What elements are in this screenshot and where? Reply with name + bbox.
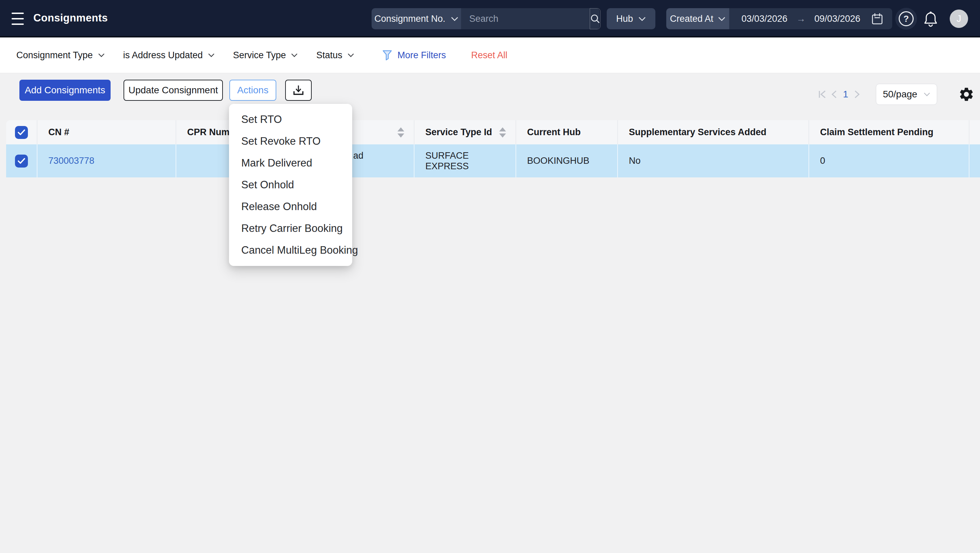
column-header-claim-settlement[interactable]: Claim Settlement Pending	[809, 120, 969, 144]
chevron-down-icon	[347, 53, 354, 57]
pagination: 1 50/page	[817, 84, 975, 105]
column-header-cn[interactable]: CN #	[37, 120, 176, 144]
cell-supplementary-services: No	[618, 144, 809, 177]
update-consignment-button[interactable]: Update Consignment	[124, 80, 223, 101]
search-button[interactable]	[590, 8, 601, 29]
reset-all-button[interactable]: Reset All	[471, 50, 508, 61]
bell-icon	[923, 11, 939, 27]
column-header-supplementary-services[interactable]: Supplementary Services Added	[618, 120, 809, 144]
search-category-select[interactable]: Consignment No.	[372, 8, 461, 29]
add-consignments-button[interactable]: Add Consignments	[19, 80, 111, 101]
menu-item-release-onhold[interactable]: Release Onhold	[229, 196, 352, 218]
chevron-down-icon	[924, 92, 930, 96]
menu-item-retry-carrier-booking[interactable]: Retry Carrier Booking	[229, 218, 352, 239]
download-icon	[292, 84, 305, 97]
search-box	[461, 8, 600, 29]
filter-status[interactable]: Status	[316, 50, 358, 61]
help-icon: ?	[899, 11, 914, 26]
menu-item-cancel-multileg-booking[interactable]: Cancel MultiLeg Booking	[229, 239, 352, 261]
date-field-label: Created At	[670, 14, 714, 24]
avatar[interactable]: J	[950, 10, 968, 28]
table-settings-button[interactable]	[958, 86, 975, 102]
menu-item-set-onhold[interactable]: Set Onhold	[229, 174, 352, 196]
cn-link[interactable]: 730003778	[48, 156, 94, 166]
date-from-value[interactable]: 03/03/2026	[741, 14, 788, 24]
table-header-row: CN # CPR Number Service Type Id Current …	[6, 120, 980, 144]
checkbox-check-icon	[18, 158, 25, 164]
first-page-button[interactable]	[817, 90, 828, 99]
first-page-icon	[818, 90, 827, 99]
cell-overflow	[969, 144, 980, 177]
chevron-down-icon	[718, 17, 725, 21]
search-icon	[590, 14, 600, 24]
date-range-arrow: →	[796, 14, 805, 24]
column-header-service-type-id[interactable]: Service Type Id	[414, 120, 516, 144]
menu-item-set-revoke-rto[interactable]: Set Revoke RTO	[229, 131, 352, 152]
actions-button[interactable]: Actions	[229, 80, 276, 101]
select-all-checkbox[interactable]	[6, 120, 37, 144]
cell-service-type-id: SURFACE EXPRESS	[414, 144, 516, 177]
cell-claim-settlement: 0	[809, 144, 969, 177]
notifications-button[interactable]	[923, 11, 939, 27]
chevron-down-icon	[208, 53, 215, 57]
filter-bar: Consignment Type is Address Updated Serv…	[0, 37, 980, 73]
filter-service-type[interactable]: Service Type	[233, 50, 302, 61]
help-button[interactable]: ?	[895, 8, 917, 30]
chevron-down-icon	[291, 53, 298, 57]
filter-is-address-updated[interactable]: is Address Updated	[123, 50, 219, 61]
actions-dropdown-menu: Set RTO Set Revoke RTO Mark Delivered Se…	[229, 104, 352, 266]
chevron-down-icon	[98, 53, 105, 57]
menu-item-set-rto[interactable]: Set RTO	[229, 108, 352, 131]
more-filters-button[interactable]: More Filters	[382, 50, 446, 61]
hub-select[interactable]: Hub	[607, 8, 655, 29]
download-button[interactable]	[285, 80, 312, 101]
chevron-down-icon	[451, 17, 458, 21]
cell-current-hub: BOOKINGHUB	[516, 144, 618, 177]
date-to-value[interactable]: 09/03/2026	[814, 14, 860, 24]
calendar-icon[interactable]	[871, 12, 883, 25]
prev-page-icon	[830, 90, 837, 99]
checkbox-check-icon	[18, 129, 25, 136]
funnel-icon	[382, 50, 392, 61]
hub-label: Hub	[616, 14, 633, 24]
consignments-table: CN # CPR Number Service Type Id Current …	[6, 120, 980, 177]
search-input[interactable]	[461, 8, 590, 29]
avatar-initial: J	[956, 14, 961, 24]
page-title: Consignments	[33, 0, 108, 36]
column-header-overflow	[969, 120, 980, 144]
next-page-icon	[854, 90, 861, 99]
chevron-down-icon	[638, 17, 646, 21]
hamburger-icon[interactable]	[11, 13, 24, 25]
prev-page-button[interactable]	[828, 90, 840, 99]
page-size-select[interactable]: 50/page	[876, 84, 937, 105]
table-row[interactable]: 730003778 ad SURFACE EXPRESS BOOKINGHUB …	[6, 144, 980, 177]
gear-icon	[958, 86, 975, 102]
sort-icon[interactable]	[398, 127, 404, 137]
date-range-picker[interactable]: 03/03/2026 → 09/03/2026	[729, 8, 892, 29]
date-field-select[interactable]: Created At	[666, 8, 729, 29]
filter-consignment-type[interactable]: Consignment Type	[16, 50, 109, 61]
search-group: Consignment No.	[372, 8, 600, 29]
row-checkbox[interactable]	[6, 144, 37, 177]
top-navbar: Consignments Consignment No. Hub Created…	[0, 0, 980, 37]
sort-icon[interactable]	[499, 127, 506, 137]
cell-cn-number: 730003778	[37, 144, 176, 177]
search-category-label: Consignment No.	[374, 14, 445, 24]
current-page[interactable]: 1	[840, 89, 851, 100]
column-header-current-hub[interactable]: Current Hub	[516, 120, 618, 144]
date-filter-group: Created At 03/03/2026 → 09/03/2026	[666, 8, 892, 29]
menu-item-mark-delivered[interactable]: Mark Delivered	[229, 152, 352, 174]
next-page-button[interactable]	[851, 90, 863, 99]
